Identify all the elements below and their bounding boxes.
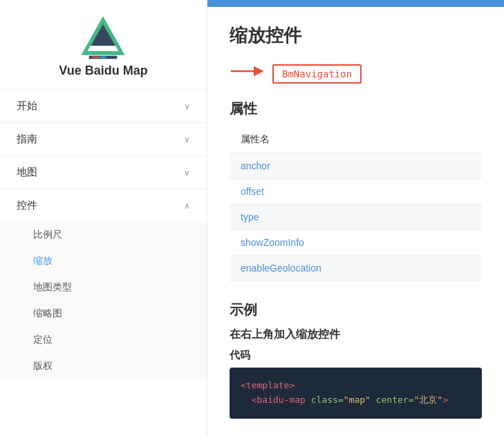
component-tag: BmNavigation bbox=[272, 64, 362, 84]
sidebar-item-geolocation[interactable]: 定位 bbox=[0, 327, 207, 353]
component-tag-wrapper: BmNavigation bbox=[230, 61, 482, 86]
sidebar: Vue Baidu Map 开始 ∨ 指南 ∨ 地图 ∨ 控件 bbox=[0, 0, 207, 436]
code-class-attr: class= bbox=[311, 395, 344, 405]
nav-item-map[interactable]: 地图 ∨ bbox=[0, 155, 207, 189]
prop-anchor: anchor bbox=[230, 153, 482, 179]
svg-rect-7 bbox=[93, 57, 100, 58]
nav-item-guide-text: 指南 bbox=[17, 133, 37, 146]
nav-item-control[interactable]: 控件 ∧ 比例尺 缩放 地图类型 缩略图 定位 bbox=[0, 189, 207, 379]
chevron-down-icon: ∨ bbox=[184, 102, 190, 111]
code-template-tag: <template> bbox=[241, 380, 295, 390]
prop-showzoominfo: showZoomInfo bbox=[230, 230, 482, 256]
nav-item-start-text: 开始 bbox=[17, 99, 37, 113]
page-title: 缩放控件 bbox=[230, 23, 482, 48]
sidebar-item-maptype[interactable]: 地图类型 bbox=[0, 274, 207, 301]
sidebar-item-overview[interactable]: 缩略图 bbox=[0, 301, 207, 327]
example-section: 示例 在右上角加入缩放控件 代码 <template> <baidu-map c… bbox=[230, 301, 482, 419]
table-row: enableGeolocation bbox=[230, 256, 482, 281]
example-sub-title: 在右上角加入缩放控件 bbox=[230, 328, 482, 342]
nav-item-start[interactable]: 开始 ∨ bbox=[0, 89, 207, 122]
prop-type: type bbox=[230, 205, 482, 230]
props-section-title: 属性 bbox=[230, 99, 482, 118]
code-class-val: "map" bbox=[344, 395, 371, 405]
arrow-right-icon bbox=[230, 61, 264, 81]
nav-item-guide[interactable]: 指南 ∨ bbox=[0, 122, 207, 155]
example-section-title: 示例 bbox=[230, 301, 482, 319]
sidebar-item-zoom[interactable]: 缩放 bbox=[0, 248, 207, 274]
code-block: <template> <baidu-map class="map" center… bbox=[230, 368, 482, 419]
nav-sub-list-control: 比例尺 缩放 地图类型 缩略图 定位 版权 bbox=[0, 222, 207, 379]
svg-rect-8 bbox=[100, 57, 106, 58]
arrow-icon bbox=[230, 61, 264, 86]
sidebar-nav: 开始 ∨ 指南 ∨ 地图 ∨ 控件 ∧ 比例尺 bbox=[0, 89, 207, 379]
logo-area: Vue Baidu Map bbox=[59, 0, 147, 89]
nav-item-control-label[interactable]: 控件 ∧ bbox=[0, 189, 207, 222]
prop-offset: offset bbox=[230, 179, 482, 205]
table-row: offset bbox=[230, 179, 482, 205]
nav-item-guide-label[interactable]: 指南 ∨ bbox=[0, 123, 207, 155]
sidebar-item-copyright[interactable]: 版权 bbox=[0, 353, 207, 379]
code-center-val: "北京" bbox=[414, 395, 443, 405]
code-baidu-map-open: <baidu-map bbox=[252, 395, 306, 405]
main-content: 缩放控件 BmNavigation 属性 属性名 bbox=[207, 0, 504, 436]
logo-title: Vue Baidu Map bbox=[59, 64, 147, 78]
prop-enablegeolocation: enableGeolocation bbox=[230, 256, 482, 281]
code-tag-close: > bbox=[442, 395, 448, 405]
nav-item-map-label[interactable]: 地图 ∨ bbox=[0, 156, 207, 189]
table-row: type bbox=[230, 205, 482, 230]
sidebar-item-scale[interactable]: 比例尺 bbox=[0, 222, 207, 248]
props-table: 属性名 anchor offset type showZoomInfo enab… bbox=[230, 126, 482, 281]
content-body: 缩放控件 BmNavigation 属性 属性名 bbox=[207, 7, 504, 435]
table-row: anchor bbox=[230, 153, 482, 179]
props-table-header: 属性名 bbox=[230, 126, 482, 153]
top-bar bbox=[207, 0, 504, 7]
table-row: showZoomInfo bbox=[230, 230, 482, 256]
nav-item-control-text: 控件 bbox=[17, 199, 37, 212]
chevron-up-icon: ∧ bbox=[184, 201, 190, 211]
code-label: 代码 bbox=[230, 349, 482, 362]
nav-item-start-label[interactable]: 开始 ∨ bbox=[0, 90, 207, 122]
vue-logo-icon bbox=[78, 14, 128, 64]
chevron-down-icon: ∨ bbox=[184, 135, 190, 144]
code-center-attr: center= bbox=[376, 395, 414, 405]
chevron-down-icon: ∨ bbox=[184, 168, 190, 178]
nav-item-map-text: 地图 bbox=[17, 166, 37, 179]
